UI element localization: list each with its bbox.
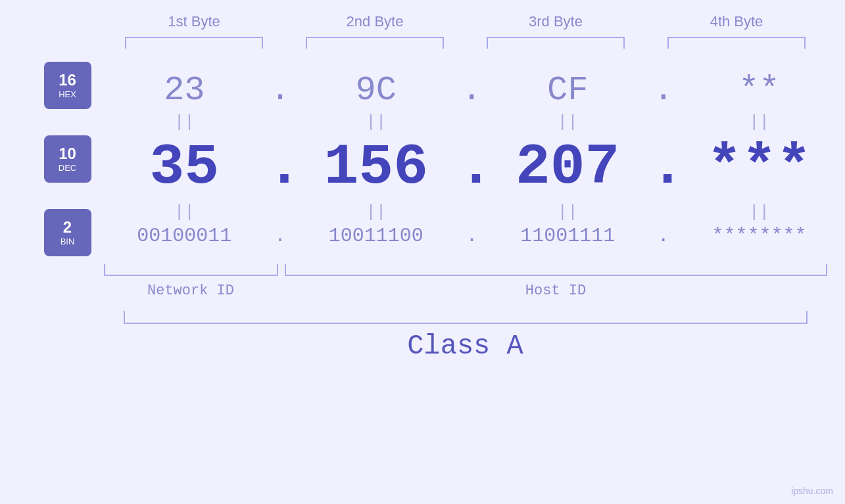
hex-data-row: 23 . 9C . CF . ** [107,71,837,110]
eq1-b3: || [495,112,640,132]
class-label-row: Class A [104,331,827,362]
bracket-byte2 [306,37,444,49]
bottom-section: Network ID Host ID [104,264,827,299]
network-id-label: Network ID [104,283,278,299]
dec-badge-num: 10 [59,145,76,162]
main-container: 1st Byte 2nd Byte 3rd Byte 4th Byte 16 H… [0,0,845,504]
eq1-b1: || [112,112,256,132]
dec-badge-label: DEC [59,163,76,173]
bin-badge-num: 2 [63,219,72,236]
main-data-area: 16 HEX 10 DEC 2 BIN 23 . 9C . CF . ** [9,62,837,256]
hex-dot2: . [462,71,482,110]
hex-badge: 16 HEX [44,62,91,109]
dec-byte4: *** [707,135,811,200]
byte1-header: 1st Byte [122,13,266,30]
dec-byte1: 35 [150,135,220,200]
bracket-spacer [278,264,285,276]
bin-badge: 2 BIN [44,209,91,256]
equals-row-2: || || || || [107,202,837,222]
bracket-byte1 [125,37,263,49]
eq2-b1: || [112,202,256,222]
data-grid: 23 . 9C . CF . ** || || || || 35 [107,71,837,247]
host-bracket [285,264,827,276]
hex-byte4: ** [738,71,779,110]
hex-byte3: CF [547,71,588,110]
bottom-labels: Network ID Host ID [104,283,827,299]
bracket-byte3 [487,37,625,49]
hex-badge-label: HEX [59,89,76,99]
eq2-b3: || [495,202,640,222]
hex-badge-num: 16 [59,72,76,89]
class-section: Class A [104,311,827,362]
bracket-byte4 [667,37,806,49]
dec-dot1: . [267,135,302,200]
bin-byte3: 11001111 [520,225,615,247]
dec-dot3: . [650,135,685,200]
byte2-header: 2nd Byte [302,13,447,30]
host-id-label: Host ID [285,283,827,299]
headers-row: 1st Byte 2nd Byte 3rd Byte 4th Byte [104,13,827,30]
eq1-b4: || [687,112,832,132]
bin-data-row: 00100011 . 10011100 . 11001111 . *******… [107,225,837,247]
byte4-header: 4th Byte [664,13,809,30]
bin-byte1: 00100011 [137,225,231,247]
network-bracket [104,264,278,276]
dec-byte2: 156 [324,135,428,200]
class-label: Class A [407,331,523,362]
bin-dot3: . [658,225,669,247]
badge-column: 16 HEX 10 DEC 2 BIN [28,62,107,256]
eq1-b2: || [304,112,448,132]
hex-dot1: . [270,71,290,110]
equals-row-1: || || || || [107,112,837,132]
eq2-b4: || [687,202,832,222]
dec-data-row: 35 . 156 . 207 . *** [107,135,837,200]
byte3-header: 3rd Byte [483,13,628,30]
hex-dot3: . [653,71,673,110]
bin-dot1: . [274,225,286,247]
eq2-b2: || [304,202,448,222]
full-bracket [124,311,808,324]
dec-dot2: . [458,135,493,200]
dec-byte3: 207 [516,135,619,200]
top-brackets [104,37,827,49]
bottom-brackets [104,264,827,276]
bin-badge-label: BIN [60,237,75,246]
watermark: ipshu.com [791,486,833,496]
dec-badge: 10 DEC [44,135,91,183]
bin-byte2: 10011100 [329,225,423,247]
bin-byte4: ******** [712,225,807,247]
bin-dot2: . [466,225,477,247]
hex-byte2: 9C [356,71,397,110]
hex-byte1: 23 [164,71,205,110]
